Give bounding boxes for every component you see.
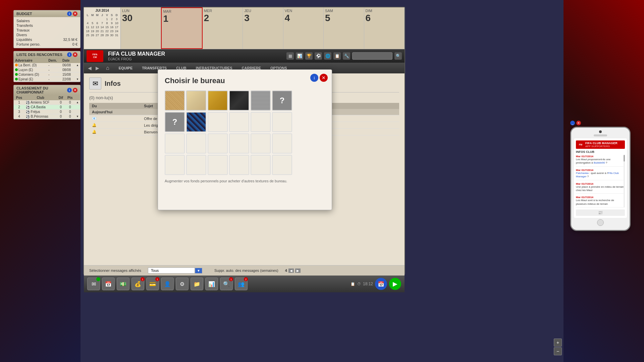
cal-date[interactable]: 22 — [105, 29, 109, 33]
phone-home-btn[interactable] — [597, 219, 604, 226]
cal-day-ven[interactable]: VEN 4 — [283, 7, 324, 49]
phone-close-btn[interactable]: ✕ — [576, 121, 581, 125]
cal-date[interactable]: 9 — [109, 21, 114, 25]
nav-icon-6[interactable]: 📋 — [333, 52, 341, 60]
cal-date[interactable]: 16 — [109, 25, 114, 29]
cal-date[interactable]: 10 — [114, 21, 119, 25]
cal-day-jeu[interactable]: JEU 3 — [243, 7, 283, 49]
nav-forward-arrow[interactable]: ▶ — [94, 65, 101, 71]
toolbar-search-btn[interactable]: 🔍 1 — [220, 278, 233, 290]
cal-date[interactable]: 14 — [100, 25, 104, 29]
cal-date[interactable] — [90, 17, 95, 21]
phone-news-3[interactable]: Mar 01/7/2014 Une place à prendre en mil… — [576, 182, 625, 194]
zoom-out-btn[interactable]: − — [554, 347, 562, 355]
cal-date[interactable]: 31 — [114, 33, 119, 37]
phone-news-2[interactable]: Mar 01/7/2014 Patchanka : quel avenir à … — [576, 169, 625, 180]
cal-date[interactable]: 19 — [90, 29, 95, 33]
cal-date[interactable]: 27 — [95, 33, 100, 37]
cal-date[interactable]: 21 — [100, 29, 104, 33]
scroll-down[interactable]: ▼ — [75, 77, 80, 82]
cal-day-mer[interactable]: MER 2 — [203, 7, 243, 49]
phone-link-patchanka[interactable]: Patchanka — [576, 172, 589, 175]
budget-close-icon[interactable]: ✕ — [73, 11, 77, 16]
cal-date[interactable]: 13 — [95, 25, 100, 29]
texture-question-1[interactable]: ? — [272, 90, 292, 111]
toolbar-settings-btn[interactable]: ⚙ — [176, 278, 189, 290]
cal-date[interactable]: 24 — [114, 29, 119, 33]
phone-link-1[interactable]: Bubble90 — [594, 161, 605, 164]
cal-date[interactable]: 3 — [114, 17, 119, 21]
calendar-btn[interactable]: 📅 — [375, 278, 387, 290]
classement-row-highlight[interactable]: 2 ⚽ CA Bastia 0 0 — [14, 105, 80, 110]
cal-date[interactable]: 4 — [85, 21, 90, 25]
cal-date[interactable]: 5 — [90, 21, 95, 25]
nav-icon-7[interactable]: 🔧 — [343, 52, 350, 60]
nav-home-btn[interactable]: ⌂ — [102, 64, 113, 72]
nav-icon-5[interactable]: 🌐 — [324, 52, 331, 60]
phone-news-btn[interactable]: 📰 — [598, 210, 603, 215]
nav-icon-4[interactable]: ⚽ — [315, 52, 322, 60]
play-btn[interactable]: ▶ — [389, 278, 401, 290]
phone-news-4[interactable]: Mar 01/7/2014 Les Maul sont à la recherc… — [576, 196, 625, 207]
texture-metal[interactable] — [251, 90, 271, 111]
cal-day-mar[interactable]: MAR 1 — [161, 7, 202, 49]
texture-black[interactable] — [229, 90, 249, 111]
cal-date[interactable] — [95, 17, 100, 21]
zoom-in-btn[interactable]: + — [554, 339, 562, 347]
rencontres-close-icon[interactable]: ✕ — [73, 52, 77, 57]
nav-equipe[interactable]: EQUIPE — [115, 65, 137, 71]
search-input[interactable] — [352, 52, 392, 60]
rencontre-row[interactable]: Epinal (E) - 22/08 ▼ — [14, 77, 80, 82]
cal-date[interactable]: 28 — [100, 33, 104, 37]
toolbar-mail-btn[interactable]: ✉ — [87, 278, 100, 290]
texture-stone[interactable] — [165, 90, 185, 111]
cal-date[interactable]: 1 — [105, 17, 109, 21]
cal-date[interactable]: 26 — [90, 33, 95, 37]
modal-close-btn[interactable]: ✕ — [320, 74, 328, 82]
classement-row[interactable]: 1 ⚽ Amiens SCF 0 0 ▲ — [14, 100, 80, 105]
cal-date[interactable] — [85, 17, 90, 21]
cal-date today[interactable]: 30 — [109, 33, 114, 37]
texture-question-2[interactable]: ? — [165, 112, 185, 132]
cal-date[interactable] — [100, 17, 104, 21]
cal-date[interactable]: 15 — [105, 25, 109, 29]
toolbar-player-btn[interactable]: 👤 — [161, 278, 174, 290]
toolbar-cal-btn[interactable]: 📅 — [102, 278, 115, 290]
classement-row[interactable]: 3 ⚽ Fréjus 0 0 — [14, 110, 80, 114]
rencontre-row[interactable]: Colomiers (D) - 15/08 — [14, 72, 80, 77]
modal-info-btn[interactable]: i — [310, 74, 318, 82]
cal-date[interactable]: 20 — [95, 29, 100, 33]
phone-minimize-btn[interactable]: _ — [570, 121, 575, 125]
cal-date[interactable]: 17 — [114, 25, 119, 29]
classement-info-icon[interactable]: i — [67, 88, 72, 93]
cal-date[interactable]: 6 — [95, 21, 100, 25]
step-fwd-btn[interactable]: ▶ — [295, 268, 301, 273]
filter-select-group[interactable]: Tous ▼ — [148, 267, 202, 274]
toolbar-folder-btn[interactable]: 📁 — [191, 278, 203, 290]
cal-day-sam[interactable]: SAM 5 — [324, 7, 364, 49]
rencontre-row[interactable]: La Berri. (D) - 06/08 ▲ — [14, 63, 80, 68]
rencontre-row[interactable]: Luçon (E) - 08/08 — [14, 68, 80, 72]
scroll-down2[interactable]: ▼ — [75, 114, 80, 119]
nav-icon-2[interactable]: 📊 — [296, 52, 303, 60]
classement-row[interactable]: 4 ⚽ B.Péronnas 0 0 ▼ — [14, 114, 80, 119]
cal-date[interactable]: 2 — [109, 17, 114, 21]
cal-date[interactable]: 8 — [105, 21, 109, 25]
toolbar-chart-btn[interactable]: 📊 — [205, 278, 218, 290]
rencontres-info-icon[interactable]: i — [67, 52, 72, 57]
cal-date[interactable]: 29 — [105, 33, 109, 37]
cal-date[interactable]: 18 — [85, 29, 90, 33]
step-back-btn[interactable]: ◀ — [288, 268, 294, 273]
budget-info-icon[interactable]: i — [67, 11, 72, 16]
classement-close-icon[interactable]: ✕ — [73, 88, 77, 93]
phone-scrollbar[interactable] — [624, 155, 625, 207]
texture-stripes[interactable] — [186, 112, 206, 132]
cal-date[interactable]: 12 — [90, 25, 95, 29]
filter-select-arrow[interactable]: ▼ — [195, 268, 202, 274]
cal-date[interactable]: 7 — [100, 21, 104, 25]
toolbar-contract-btn[interactable]: 💳 1 — [146, 278, 159, 290]
nav-icon-1[interactable]: ▦ — [286, 52, 294, 60]
nav-icon-3[interactable]: 🏆 — [305, 52, 313, 60]
cal-date[interactable]: 25 — [85, 33, 90, 37]
scroll-up2[interactable]: ▲ — [75, 100, 80, 105]
